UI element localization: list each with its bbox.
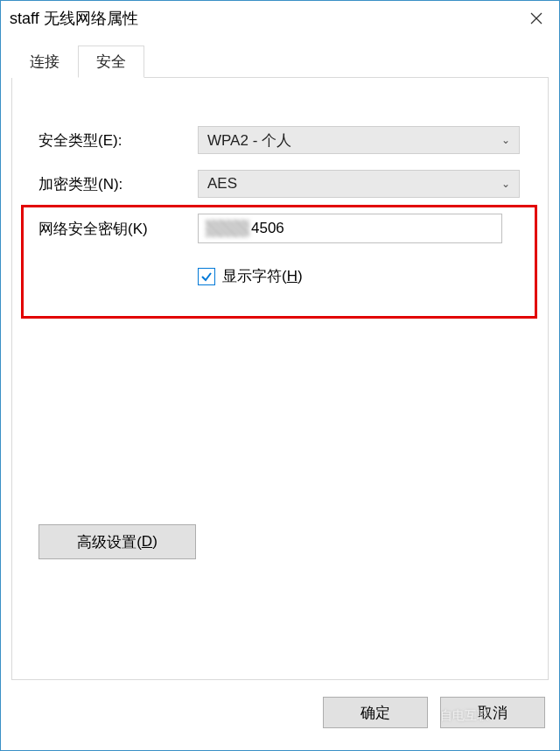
chevron-down-icon: ⌄ — [501, 134, 510, 146]
row-security-type: 安全类型(E): WPA2 - 个人 ⌄ — [38, 126, 522, 154]
security-type-label: 安全类型(E): — [38, 130, 198, 151]
row-encryption-type: 加密类型(N): AES ⌄ — [38, 170, 522, 198]
security-form: 安全类型(E): WPA2 - 个人 ⌄ 加密类型(N): AES ⌄ — [12, 78, 548, 304]
security-type-value: WPA2 - 个人 — [207, 130, 291, 151]
titlebar: staff 无线网络属性 — [1, 1, 559, 36]
dialog-footer: 确定 取消 — [1, 692, 559, 745]
tabstrip: 连接 安全 — [11, 46, 549, 78]
network-key-visible-part: 4506 — [251, 220, 284, 237]
advanced-settings-button[interactable]: 高级设置(D) — [38, 524, 196, 559]
cancel-button[interactable]: 取消 — [440, 697, 545, 728]
security-type-combo[interactable]: WPA2 - 个人 ⌄ — [198, 126, 520, 154]
tabs-area: 连接 安全 安全类型(E): WPA2 - 个人 ⌄ 加密类型(N): — [1, 36, 559, 692]
window-title: staff 无线网络属性 — [10, 8, 515, 29]
encryption-type-value: AES — [207, 175, 237, 193]
network-key-masked-part — [206, 220, 249, 237]
network-key-label: 网络安全密钥(K) — [38, 219, 198, 239]
row-show-characters: 显示字符(H) — [198, 266, 522, 286]
chevron-down-icon: ⌄ — [501, 178, 510, 190]
tab-security[interactable]: 安全 — [78, 46, 144, 78]
encryption-type-combo[interactable]: AES ⌄ — [198, 170, 520, 198]
close-icon — [530, 12, 542, 25]
network-key-input[interactable]: 4506 — [198, 214, 502, 243]
close-button[interactable] — [515, 2, 557, 35]
row-network-key: 网络安全密钥(K) 4506 — [38, 214, 522, 243]
security-panel: 安全类型(E): WPA2 - 个人 ⌄ 加密类型(N): AES ⌄ — [11, 78, 549, 680]
show-characters-label: 显示字符(H) — [222, 266, 303, 286]
tab-connection[interactable]: 连接 — [11, 46, 78, 78]
ok-button[interactable]: 确定 — [323, 697, 428, 728]
encryption-type-label: 加密类型(N): — [38, 174, 198, 194]
check-icon — [200, 270, 213, 283]
show-characters-checkbox[interactable] — [198, 268, 215, 285]
wireless-properties-dialog: staff 无线网络属性 连接 安全 安全类型(E): WPA2 - 个人 ⌄ — [0, 0, 560, 751]
